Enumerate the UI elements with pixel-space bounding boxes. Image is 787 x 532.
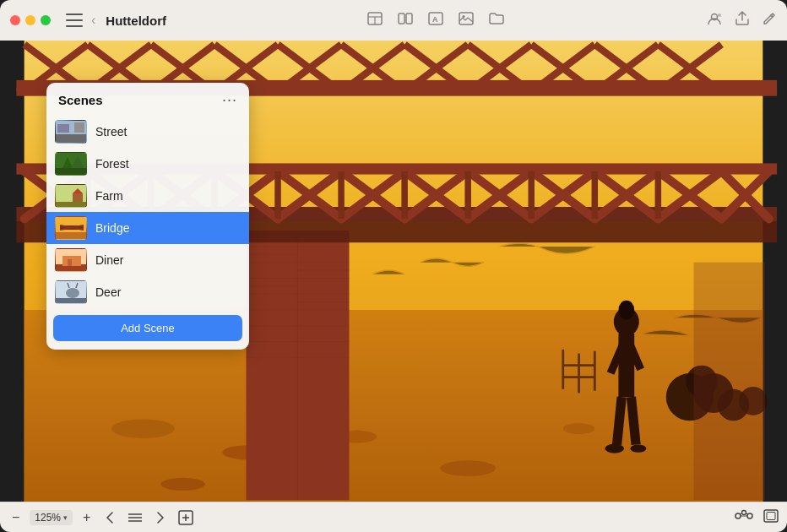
svg-line-100 — [617, 397, 622, 444]
maximize-button[interactable] — [41, 15, 51, 25]
window-title: Hutteldorf — [106, 14, 166, 28]
scenes-more-button[interactable]: ··· — [222, 91, 237, 109]
svg-point-138 — [66, 288, 79, 298]
traffic-lights — [10, 15, 51, 25]
svg-point-10 — [718, 14, 721, 17]
scene-item-bridge[interactable]: Bridge — [46, 212, 249, 244]
zoom-in-button[interactable]: + — [79, 508, 94, 527]
scene-label-forest: Forest — [95, 157, 129, 171]
svg-point-149 — [742, 510, 746, 514]
svg-rect-128 — [56, 232, 87, 240]
svg-point-17 — [440, 460, 496, 476]
content-area: Scenes ··· Street — [0, 41, 787, 502]
svg-point-18 — [563, 423, 595, 434]
main-window: ‹ Hutteldorf — [0, 0, 787, 532]
folder-icon[interactable] — [489, 12, 504, 30]
scene-label-farm: Farm — [95, 189, 123, 203]
scenes-panel: Scenes ··· Street — [46, 83, 249, 350]
svg-rect-120 — [56, 168, 87, 176]
fullscreen-icon[interactable] — [763, 509, 779, 526]
table-icon[interactable] — [367, 12, 383, 30]
scene-item-deer[interactable]: Deer — [46, 276, 249, 308]
zoom-percent: 125% — [35, 512, 61, 524]
scene-thumbnail-diner — [55, 248, 87, 272]
svg-rect-3 — [399, 14, 404, 24]
svg-point-102 — [605, 444, 624, 453]
scene-item-street[interactable]: Street — [46, 116, 249, 148]
scene-label-deer: Deer — [95, 285, 121, 299]
svg-text:A: A — [432, 15, 438, 24]
scene-thumbnail-street — [55, 120, 87, 144]
collab-icon[interactable] — [706, 11, 723, 30]
svg-rect-135 — [68, 259, 72, 266]
svg-point-19 — [160, 478, 205, 491]
zoom-chevron-icon: ▾ — [63, 513, 68, 522]
svg-point-103 — [631, 444, 647, 452]
svg-line-101 — [631, 397, 636, 444]
close-button[interactable] — [10, 15, 20, 25]
scene-item-farm[interactable]: Farm — [46, 180, 249, 212]
bottom-bar: − 125% ▾ + — [0, 502, 787, 532]
prev-scene-button[interactable] — [100, 508, 119, 527]
scene-item-diner[interactable]: Diner — [46, 244, 249, 276]
scene-label-diner: Diner — [95, 253, 123, 267]
scene-thumbnail-farm — [55, 184, 87, 208]
edit-icon[interactable] — [762, 11, 777, 30]
zoom-value-button[interactable]: 125% ▾ — [30, 510, 73, 525]
svg-rect-117 — [57, 124, 69, 133]
svg-rect-118 — [74, 122, 84, 133]
scenes-title: Scenes — [58, 93, 103, 107]
titlebar: ‹ Hutteldorf — [0, 0, 787, 41]
zoom-out-button[interactable]: − — [8, 508, 23, 527]
scenes-header: Scenes ··· — [46, 83, 249, 116]
toolbar-center: A — [173, 12, 699, 30]
scenes-list: Street Forest — [46, 116, 249, 308]
scene-thumbnail-forest — [55, 152, 87, 176]
scene-label-street: Street — [95, 125, 127, 138]
svg-rect-137 — [56, 298, 87, 304]
back-button[interactable]: ‹ — [91, 13, 95, 28]
minimize-button[interactable] — [25, 15, 35, 25]
scene-list-button[interactable] — [126, 508, 144, 527]
add-frame-button[interactable] — [176, 508, 195, 527]
scene-thumbnail-bridge — [55, 216, 87, 240]
svg-rect-97 — [618, 334, 634, 397]
gallery-icon[interactable] — [398, 12, 413, 30]
svg-point-96 — [618, 301, 634, 320]
scene-label-bridge: Bridge — [95, 221, 129, 235]
svg-rect-4 — [406, 14, 412, 24]
image-icon[interactable] — [459, 12, 474, 30]
next-scene-button[interactable] — [151, 508, 170, 527]
svg-point-14 — [111, 419, 175, 438]
titlebar-right — [706, 11, 777, 30]
sidebar-toggle-button[interactable] — [66, 14, 83, 27]
scene-thumbnail-deer — [55, 280, 87, 304]
svg-rect-125 — [73, 193, 83, 202]
svg-rect-114 — [694, 263, 765, 500]
scene-item-forest[interactable]: Forest — [46, 148, 249, 180]
svg-rect-154 — [767, 512, 775, 519]
share-icon[interactable] — [735, 11, 750, 30]
bottom-right-controls — [735, 509, 779, 526]
text-icon[interactable]: A — [428, 12, 443, 30]
add-scene-button[interactable]: Add Scene — [53, 315, 242, 341]
svg-rect-116 — [56, 134, 87, 144]
titlebar-left: ‹ Hutteldorf — [10, 13, 166, 28]
svg-rect-124 — [56, 202, 87, 208]
nodes-icon[interactable] — [735, 509, 753, 526]
